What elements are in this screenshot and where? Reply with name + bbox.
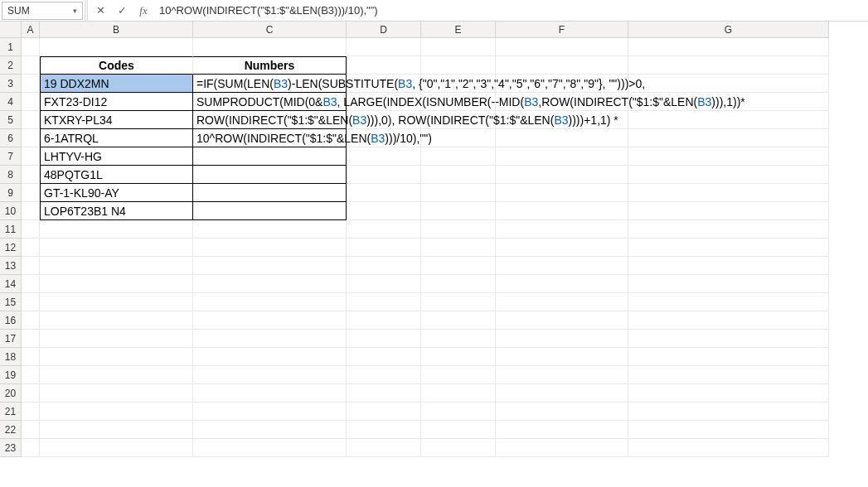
cell[interactable] xyxy=(421,166,496,184)
row-header[interactable]: 14 xyxy=(0,275,22,293)
cell[interactable] xyxy=(421,384,496,403)
cell[interactable] xyxy=(496,93,628,111)
cancel-formula-button[interactable]: ✕ xyxy=(90,1,111,21)
cell[interactable] xyxy=(496,384,628,403)
cell[interactable] xyxy=(40,421,193,439)
cell[interactable] xyxy=(347,403,421,421)
cell[interactable] xyxy=(628,166,829,184)
cell[interactable] xyxy=(193,293,347,311)
cell[interactable] xyxy=(628,129,829,147)
cell[interactable] xyxy=(347,202,421,220)
cell[interactable] xyxy=(22,384,40,403)
row-header[interactable]: 17 xyxy=(0,330,22,348)
col-header-F[interactable]: F xyxy=(496,22,628,38)
col-header-C[interactable]: C xyxy=(193,22,347,38)
cell[interactable] xyxy=(421,348,496,366)
row-header[interactable]: 2 xyxy=(0,56,22,75)
cell[interactable] xyxy=(347,184,421,202)
cell[interactable] xyxy=(628,311,829,330)
row-header[interactable]: 18 xyxy=(0,348,22,366)
cell[interactable] xyxy=(496,403,628,421)
row-header[interactable]: 12 xyxy=(0,239,22,257)
cell[interactable] xyxy=(193,403,347,421)
cell[interactable] xyxy=(193,220,347,239)
col-header-B[interactable]: B xyxy=(40,22,193,38)
cell[interactable]: 6-1ATRQL xyxy=(40,129,193,147)
cell[interactable] xyxy=(496,184,628,202)
cell[interactable] xyxy=(421,38,496,56)
cell[interactable] xyxy=(40,348,193,366)
cell[interactable] xyxy=(421,129,496,147)
row-header[interactable]: 20 xyxy=(0,384,22,403)
cell[interactable] xyxy=(421,75,496,93)
cell[interactable] xyxy=(628,202,829,220)
cell[interactable] xyxy=(193,257,347,275)
table-header-codes[interactable]: Codes xyxy=(40,56,193,75)
select-all-corner[interactable] xyxy=(0,22,22,38)
cell[interactable] xyxy=(40,257,193,275)
cell[interactable] xyxy=(628,403,829,421)
cell[interactable] xyxy=(347,93,421,111)
cell[interactable] xyxy=(421,257,496,275)
cell[interactable] xyxy=(22,275,40,293)
row-header[interactable]: 7 xyxy=(0,147,22,166)
cell[interactable] xyxy=(347,421,421,439)
cell[interactable] xyxy=(421,293,496,311)
cell[interactable] xyxy=(347,75,421,93)
cell[interactable] xyxy=(347,38,421,56)
cell-B3-active[interactable]: 19 DDX2MN xyxy=(40,75,193,93)
formula-input[interactable] xyxy=(154,2,868,20)
cell[interactable] xyxy=(193,330,347,348)
cell[interactable]: 10^ROW(INDIRECT("$1:$"&LEN(B3)))/10),"") xyxy=(193,129,347,147)
cell[interactable] xyxy=(496,257,628,275)
cell[interactable] xyxy=(40,403,193,421)
cell[interactable] xyxy=(628,220,829,239)
cell[interactable] xyxy=(40,38,193,56)
col-header-G[interactable]: G xyxy=(628,22,829,38)
cell[interactable] xyxy=(347,220,421,239)
cell[interactable] xyxy=(193,439,347,457)
row-header[interactable]: 5 xyxy=(0,111,22,129)
cell[interactable]: SUMPRODUCT(MID(0&B3, LARGE(INDEX(ISNUMBE… xyxy=(193,93,347,111)
cell[interactable] xyxy=(421,184,496,202)
cell[interactable] xyxy=(40,366,193,384)
cell[interactable] xyxy=(496,220,628,239)
row-header[interactable]: 8 xyxy=(0,166,22,184)
row-header[interactable]: 21 xyxy=(0,403,22,421)
row-header[interactable]: 23 xyxy=(0,439,22,457)
cell[interactable] xyxy=(22,75,40,93)
cell[interactable] xyxy=(347,366,421,384)
cell[interactable] xyxy=(421,330,496,348)
cell[interactable]: ROW(INDIRECT("$1:$"&LEN(B3))),0), ROW(IN… xyxy=(193,111,347,129)
cell[interactable] xyxy=(496,75,628,93)
cell[interactable] xyxy=(347,239,421,257)
row-header[interactable]: 1 xyxy=(0,38,22,56)
cell[interactable] xyxy=(22,56,40,75)
cell[interactable] xyxy=(193,384,347,403)
cell[interactable] xyxy=(22,129,40,147)
cell[interactable] xyxy=(496,111,628,129)
cell[interactable] xyxy=(628,330,829,348)
row-header[interactable]: 3 xyxy=(0,75,22,93)
cell[interactable] xyxy=(22,166,40,184)
cell[interactable] xyxy=(421,275,496,293)
row-header[interactable]: 11 xyxy=(0,220,22,239)
cell[interactable] xyxy=(193,38,347,56)
cell[interactable] xyxy=(628,93,829,111)
cell[interactable] xyxy=(628,293,829,311)
cell[interactable] xyxy=(22,421,40,439)
cell[interactable] xyxy=(347,330,421,348)
cell[interactable]: LHTYV-HG xyxy=(40,147,193,166)
cell[interactable] xyxy=(347,275,421,293)
cell[interactable] xyxy=(347,257,421,275)
cell[interactable] xyxy=(193,366,347,384)
cell[interactable] xyxy=(496,275,628,293)
col-header-E[interactable]: E xyxy=(421,22,496,38)
cell[interactable] xyxy=(22,202,40,220)
cell[interactable] xyxy=(628,439,829,457)
cell[interactable] xyxy=(22,293,40,311)
cell[interactable] xyxy=(40,330,193,348)
cell[interactable] xyxy=(22,330,40,348)
cell[interactable]: 48PQTG1L xyxy=(40,166,193,184)
cell[interactable] xyxy=(628,56,829,75)
